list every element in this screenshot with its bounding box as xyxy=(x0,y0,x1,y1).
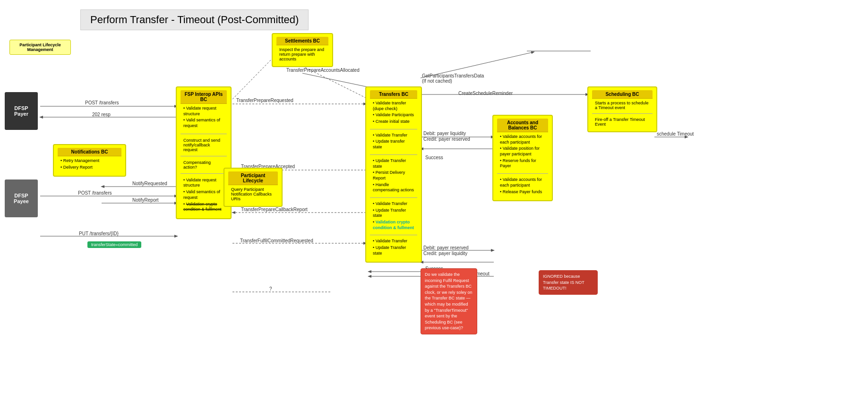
actor-dfsp-payee: DFSP Payee xyxy=(5,179,38,217)
tr-item-2: Validate Participants xyxy=(373,112,414,118)
participant-lifecycle-title: Participant Lifecycle xyxy=(228,171,278,185)
diagram-container: Perform Transfer - Timeout (Post-Committ… xyxy=(0,0,868,393)
tr-item-10: Update Transfer state xyxy=(373,208,414,219)
notif-item-2: Delivery Report xyxy=(60,165,119,171)
fsp-item-3: Validate request structure xyxy=(183,178,224,188)
tr-item-3: Create initial state xyxy=(373,119,414,125)
msg-debit-payer-res: Debit: payer reserved xyxy=(423,245,469,250)
msg-credit-payer-res: Credit: payer reserved xyxy=(423,137,470,142)
plm-title: Participant Lifecycle Management xyxy=(14,43,67,52)
fsp-compensating: Compensating action? xyxy=(183,160,224,170)
msg-notify-report: NotifyReport xyxy=(132,197,159,203)
msg-post-transfers-payer: POST /transfers xyxy=(85,100,119,105)
tr-item-13: Update Transfer state xyxy=(373,245,414,256)
fsp-item-4: Valid semantics of request xyxy=(183,189,224,200)
tr-item-11: Validation crypto condition & fullment xyxy=(373,220,414,231)
transfer-state-badge: transferState=committed xyxy=(87,241,141,248)
ab-item-2: Validate position for payer participant xyxy=(500,146,545,157)
fsp-item-1: Validate request structure xyxy=(183,106,224,117)
notifications-bc-box: Notifications BC Retry Management Delive… xyxy=(53,144,126,177)
msg-success-1: Success xyxy=(425,155,443,160)
tr-item-9: Validate Transfer xyxy=(373,201,414,207)
actor-dfsp-payer: DFSP Payer xyxy=(5,92,38,130)
ab-item-1: Validate accounts for each participant xyxy=(500,134,545,145)
msg-transfer-prepare-requested: TransferPrepareRequested xyxy=(236,98,293,103)
msg-schedule-timeout: schedule Timeout xyxy=(657,131,694,137)
scheduling-bc-box: Scheduling BC Starts a process to schedu… xyxy=(587,86,657,132)
fsp-construct: Construct and send notify/callback reque… xyxy=(183,138,224,152)
ab-item-4: Validate accounts for each participant xyxy=(500,177,545,188)
scheduling-bc-title: Scheduling BC xyxy=(592,90,653,99)
tr-item-8: Handle compensating actions xyxy=(373,182,414,193)
tr-item-7: Persist Delivery Report xyxy=(373,170,414,181)
ab-item-5: Release Payer funds xyxy=(500,189,545,195)
msg-put-transfers: PUT /transfers/{ID} xyxy=(79,231,119,236)
notifications-bc-title: Notifications BC xyxy=(58,148,121,156)
msg-create-schedule: CreateScheduleReminder xyxy=(458,91,513,96)
scheduling-content-1: Starts a process to schedule a Timeout e… xyxy=(595,101,650,110)
notif-item-1: Retry Management xyxy=(60,158,119,164)
settlements-bc-content: Inspect the prepare and return prepare w… xyxy=(279,47,324,61)
tr-item-4: Validate Transfer xyxy=(373,133,414,138)
msg-202-resp: 202 resp xyxy=(92,112,111,117)
svg-line-2 xyxy=(232,57,274,99)
fsp-interop-bc-title: FSP Interop APIs BC xyxy=(180,90,227,104)
msg-transfer-prepare-accounts: TransferPrepareAccountsAllocated xyxy=(286,68,360,73)
msg-get-participants: GetParticipantsTransfersData(If not cach… xyxy=(422,73,484,84)
msg-credit-payer-liq: Credit: payer liquidity xyxy=(423,251,467,256)
participant-lifecycle-content: Query Participant Notification Callbacks… xyxy=(231,187,272,201)
msg-fulfil-committed: TransferFulfilCommittedRequested xyxy=(240,238,313,243)
tr-item-5: Update transfer state xyxy=(373,139,414,150)
tr-item-6: Update Transfer state xyxy=(373,158,414,169)
ab-item-3: Reserve funds for Payer xyxy=(500,158,545,169)
msg-question: ? xyxy=(269,286,272,291)
red-box-content: Do we validate the incoming Fulfil Reque… xyxy=(425,272,473,330)
fsp-item-5: Validation crypto condition & fulllment xyxy=(183,202,224,213)
msg-callback-report: TransferPrepareCallbackReport xyxy=(241,207,308,212)
tr-item-1: Validate transfer (dupe check) xyxy=(373,101,414,111)
msg-notify-requested: NotifyRequested xyxy=(132,181,167,186)
accounts-balances-title: Accounts and Balances BC xyxy=(497,119,548,132)
ignored-box: IGNORED because Transfer state IS NOT TI… xyxy=(539,270,598,295)
transfers-bc-title: Transfers BC xyxy=(370,90,417,99)
accounts-balances-box: Accounts and Balances BC Validate accoun… xyxy=(492,115,553,201)
scheduling-content-2: Fire-off a Transfer Timeout Event xyxy=(595,117,650,127)
plm-box: Participant Lifecycle Management xyxy=(9,40,71,55)
fsp-item-2: Valid semantics of request xyxy=(183,118,224,128)
settlements-bc-title: Settlements BC xyxy=(276,37,328,45)
transfers-bc-box: Transfers BC Validate transfer (dupe che… xyxy=(365,86,422,263)
page-title: Perform Transfer - Timeout (Post-Committ… xyxy=(80,9,309,30)
msg-post-transfers-payee: POST /transfers xyxy=(78,190,112,196)
red-question-box: Do we validate the incoming Fulfil Reque… xyxy=(421,268,477,334)
settlements-bc-box: Settlements BC Inspect the prepare and r… xyxy=(272,33,333,67)
msg-debit-payer-liq: Debit: payer liquidity xyxy=(423,131,466,136)
ignored-box-content: IGNORED because Transfer state IS NOT TI… xyxy=(543,274,584,290)
tr-item-12: Validate Transfer xyxy=(373,239,414,244)
participant-lifecycle-box: Participant Lifecycle Query Participant … xyxy=(223,168,283,207)
